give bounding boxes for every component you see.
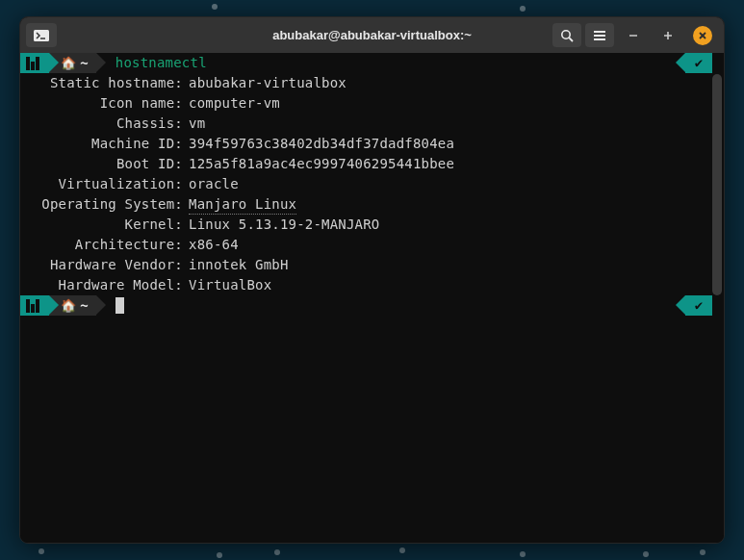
maximize-button[interactable] [658,26,678,45]
maximize-icon [663,31,673,40]
scrollbar[interactable] [712,74,722,295]
svg-rect-13 [31,62,35,70]
output-key: Static hostname: [20,73,189,93]
output-row: Boot ID:125a5f81a9ac4ec9997406295441bbee [20,154,724,174]
output-value: 394f59763c38402db34df37dadf804ea [189,134,454,154]
output-row: Architecture:x86-64 [20,235,724,255]
manjaro-logo-icon [26,57,39,70]
titlebar: abubakar@abubakar-virtualbox:~ [20,17,724,53]
menu-button[interactable] [585,23,614,47]
search-button[interactable] [552,23,581,47]
output-value: abubakar-virtualbox [189,73,346,93]
output-value: x86-64 [189,235,239,255]
manjaro-logo-icon [26,299,39,313]
output-key: Virtualization: [20,174,189,194]
output-key: Hardware Model: [20,275,189,295]
status-chevron [676,295,685,315]
output-key: Architecture: [20,235,189,255]
svg-rect-14 [36,57,39,70]
new-tab-button[interactable] [26,23,57,47]
home-icon: 🏠 [61,295,76,316]
output-key: Hardware Vendor: [20,255,189,275]
svg-rect-16 [31,304,35,313]
output-row: Virtualization:oracle [20,174,724,194]
cursor [115,297,124,314]
terminal-window: abubakar@abubakar-virtualbox:~ [19,16,725,544]
svg-line-3 [569,38,573,41]
command-text: hostnamectl [115,53,207,73]
terminal-icon [34,30,49,41]
output-row: Kernel:Linux 5.13.19-2-MANJARO [20,215,724,235]
svg-rect-0 [34,30,49,41]
output-key: Operating System: [20,194,189,215]
output-row: Hardware Vendor:innotek GmbH [20,255,724,275]
prompt-logo-segment [20,53,49,73]
svg-rect-15 [26,299,30,313]
prompt-row: 🏠 ~ ✔ [20,295,724,316]
hamburger-icon [593,30,606,41]
output-key: Chassis: [20,114,189,134]
prompt-path: ~ [80,53,89,73]
output-value: vm [189,114,205,134]
output-key: Kernel: [20,215,189,235]
close-icon [698,31,707,40]
minimize-icon [629,31,638,40]
output-value: computer-vm [189,93,280,114]
output-value: innotek GmbH [189,255,289,275]
status-chevron [676,53,685,72]
output-row: Chassis:vm [20,114,724,134]
output-row: Icon name:computer-vm [20,93,724,114]
output-value: VirtualBox [189,275,271,295]
status-indicator: ✔ [685,53,712,73]
output-value: 125a5f81a9ac4ec9997406295441bbee [189,154,454,174]
window-title: abubakar@abubakar-virtualbox:~ [20,28,724,42]
output-value: Linux 5.13.19-2-MANJARO [189,215,379,235]
check-icon: ✔ [695,53,704,73]
search-icon [560,29,574,42]
svg-point-2 [562,30,570,38]
close-button[interactable] [693,26,712,45]
svg-rect-12 [26,57,30,70]
output-row: Operating System:Manjaro Linux [20,194,724,215]
output-value: Manjaro Linux [189,194,296,215]
prompt-logo-segment [20,295,49,316]
output-row: Static hostname:abubakar-virtualbox [20,73,724,93]
output-key: Boot ID: [20,154,189,174]
status-indicator: ✔ [685,295,712,316]
prompt-path: ~ [80,295,89,316]
prompt-row: 🏠 ~ hostnamectl ✔ [20,53,724,73]
check-icon: ✔ [695,295,704,316]
output-row: Machine ID:394f59763c38402db34df37dadf80… [20,134,724,154]
terminal-body[interactable]: 🏠 ~ hostnamectl ✔ Static hostname:abubak… [20,53,724,543]
output-value: oracle [189,174,239,194]
command-output: Static hostname:abubakar-virtualboxIcon … [20,73,724,295]
output-row: Hardware Model:VirtualBox [20,275,724,295]
output-key: Machine ID: [20,134,189,154]
home-icon: 🏠 [61,53,76,73]
svg-rect-17 [36,299,39,313]
output-key: Icon name: [20,93,189,114]
minimize-button[interactable] [624,26,643,45]
